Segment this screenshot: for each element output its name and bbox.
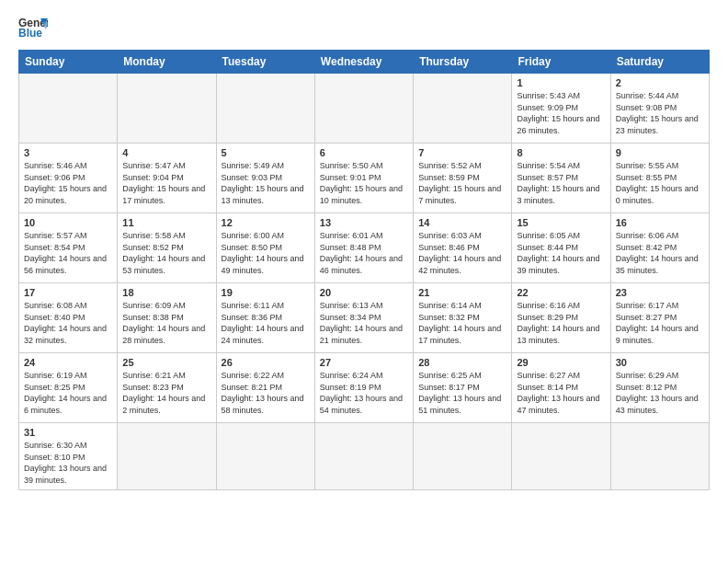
weekday-header-saturday: Saturday bbox=[610, 51, 709, 74]
calendar-cell bbox=[314, 423, 413, 490]
day-info: Sunrise: 5:57 AM Sunset: 8:54 PM Dayligh… bbox=[24, 230, 112, 276]
day-number: 17 bbox=[24, 287, 112, 298]
day-number: 13 bbox=[320, 217, 408, 228]
day-number: 20 bbox=[320, 287, 408, 298]
day-number: 29 bbox=[517, 357, 605, 368]
calendar-cell bbox=[216, 423, 314, 490]
day-info: Sunrise: 6:11 AM Sunset: 8:36 PM Dayligh… bbox=[222, 300, 310, 346]
weekday-header-sunday: Sunday bbox=[19, 51, 118, 74]
logo-icon: General Blue bbox=[18, 15, 48, 40]
day-info: Sunrise: 6:01 AM Sunset: 8:48 PM Dayligh… bbox=[320, 230, 408, 276]
day-number: 31 bbox=[24, 427, 112, 438]
day-info: Sunrise: 6:09 AM Sunset: 8:38 PM Dayligh… bbox=[122, 300, 210, 346]
weekday-header-thursday: Thursday bbox=[414, 51, 512, 74]
day-number: 15 bbox=[517, 217, 605, 228]
calendar-cell bbox=[610, 423, 709, 490]
calendar-cell: 17Sunrise: 6:08 AM Sunset: 8:40 PM Dayli… bbox=[19, 283, 118, 353]
day-number: 5 bbox=[222, 147, 310, 158]
day-number: 18 bbox=[122, 287, 210, 298]
day-number: 26 bbox=[222, 357, 310, 368]
calendar-cell: 4Sunrise: 5:47 AM Sunset: 9:04 PM Daylig… bbox=[118, 144, 216, 213]
calendar-cell: 29Sunrise: 6:27 AM Sunset: 8:14 PM Dayli… bbox=[512, 353, 610, 423]
day-number: 16 bbox=[616, 217, 704, 228]
day-info: Sunrise: 6:08 AM Sunset: 8:40 PM Dayligh… bbox=[24, 300, 112, 346]
day-number: 24 bbox=[24, 357, 112, 368]
day-info: Sunrise: 5:55 AM Sunset: 8:55 PM Dayligh… bbox=[616, 160, 704, 206]
calendar-cell: 20Sunrise: 6:13 AM Sunset: 8:34 PM Dayli… bbox=[314, 283, 413, 353]
calendar-cell bbox=[512, 423, 610, 490]
calendar-table: SundayMondayTuesdayWednesdayThursdayFrid… bbox=[18, 50, 710, 490]
calendar-cell bbox=[118, 423, 216, 490]
day-info: Sunrise: 6:24 AM Sunset: 8:19 PM Dayligh… bbox=[320, 370, 408, 416]
day-info: Sunrise: 6:22 AM Sunset: 8:21 PM Dayligh… bbox=[222, 370, 310, 416]
logo: General Blue bbox=[18, 15, 48, 40]
calendar-cell: 31Sunrise: 6:30 AM Sunset: 8:10 PM Dayli… bbox=[19, 423, 118, 490]
day-number: 19 bbox=[222, 287, 310, 298]
day-number: 11 bbox=[122, 217, 210, 228]
day-info: Sunrise: 6:16 AM Sunset: 8:29 PM Dayligh… bbox=[517, 300, 605, 346]
calendar-cell bbox=[118, 74, 216, 144]
calendar-cell: 19Sunrise: 6:11 AM Sunset: 8:36 PM Dayli… bbox=[216, 283, 314, 353]
calendar-cell: 26Sunrise: 6:22 AM Sunset: 8:21 PM Dayli… bbox=[216, 353, 314, 423]
day-info: Sunrise: 5:47 AM Sunset: 9:04 PM Dayligh… bbox=[122, 160, 210, 206]
calendar-cell: 6Sunrise: 5:50 AM Sunset: 9:01 PM Daylig… bbox=[314, 144, 413, 213]
calendar-cell: 9Sunrise: 5:55 AM Sunset: 8:55 PM Daylig… bbox=[610, 144, 709, 213]
calendar-cell bbox=[19, 74, 118, 144]
calendar-cell: 23Sunrise: 6:17 AM Sunset: 8:27 PM Dayli… bbox=[610, 283, 709, 353]
day-info: Sunrise: 5:46 AM Sunset: 9:06 PM Dayligh… bbox=[24, 160, 112, 206]
calendar-cell: 3Sunrise: 5:46 AM Sunset: 9:06 PM Daylig… bbox=[19, 144, 118, 213]
day-number: 6 bbox=[320, 147, 408, 158]
day-info: Sunrise: 6:14 AM Sunset: 8:32 PM Dayligh… bbox=[418, 300, 506, 346]
weekday-header-friday: Friday bbox=[512, 51, 610, 74]
day-info: Sunrise: 5:43 AM Sunset: 9:09 PM Dayligh… bbox=[517, 90, 605, 136]
calendar-cell: 10Sunrise: 5:57 AM Sunset: 8:54 PM Dayli… bbox=[19, 213, 118, 283]
calendar-cell: 2Sunrise: 5:44 AM Sunset: 9:08 PM Daylig… bbox=[610, 74, 709, 144]
day-info: Sunrise: 5:52 AM Sunset: 8:59 PM Dayligh… bbox=[418, 160, 506, 206]
day-number: 21 bbox=[418, 287, 506, 298]
calendar-cell: 7Sunrise: 5:52 AM Sunset: 8:59 PM Daylig… bbox=[414, 144, 512, 213]
day-number: 4 bbox=[122, 147, 210, 158]
calendar-cell: 15Sunrise: 6:05 AM Sunset: 8:44 PM Dayli… bbox=[512, 213, 610, 283]
day-info: Sunrise: 6:27 AM Sunset: 8:14 PM Dayligh… bbox=[517, 370, 605, 416]
calendar-cell bbox=[414, 423, 512, 490]
day-number: 30 bbox=[616, 357, 704, 368]
day-info: Sunrise: 6:25 AM Sunset: 8:17 PM Dayligh… bbox=[418, 370, 506, 416]
calendar-cell: 8Sunrise: 5:54 AM Sunset: 8:57 PM Daylig… bbox=[512, 144, 610, 213]
calendar-cell: 12Sunrise: 6:00 AM Sunset: 8:50 PM Dayli… bbox=[216, 213, 314, 283]
calendar-cell: 13Sunrise: 6:01 AM Sunset: 8:48 PM Dayli… bbox=[314, 213, 413, 283]
calendar-cell: 16Sunrise: 6:06 AM Sunset: 8:42 PM Dayli… bbox=[610, 213, 709, 283]
week-row-6: 31Sunrise: 6:30 AM Sunset: 8:10 PM Dayli… bbox=[19, 423, 710, 490]
day-number: 1 bbox=[517, 77, 605, 88]
weekday-header-row: SundayMondayTuesdayWednesdayThursdayFrid… bbox=[19, 51, 710, 74]
svg-text:Blue: Blue bbox=[18, 27, 42, 40]
day-number: 3 bbox=[24, 147, 112, 158]
calendar-cell: 1Sunrise: 5:43 AM Sunset: 9:09 PM Daylig… bbox=[512, 74, 610, 144]
day-info: Sunrise: 6:21 AM Sunset: 8:23 PM Dayligh… bbox=[122, 370, 210, 416]
day-number: 10 bbox=[24, 217, 112, 228]
day-info: Sunrise: 6:00 AM Sunset: 8:50 PM Dayligh… bbox=[222, 230, 310, 276]
day-number: 2 bbox=[616, 77, 704, 88]
weekday-header-tuesday: Tuesday bbox=[216, 51, 314, 74]
week-row-3: 10Sunrise: 5:57 AM Sunset: 8:54 PM Dayli… bbox=[19, 213, 710, 283]
calendar-cell: 25Sunrise: 6:21 AM Sunset: 8:23 PM Dayli… bbox=[118, 353, 216, 423]
calendar-cell: 18Sunrise: 6:09 AM Sunset: 8:38 PM Dayli… bbox=[118, 283, 216, 353]
calendar-cell: 11Sunrise: 5:58 AM Sunset: 8:52 PM Dayli… bbox=[118, 213, 216, 283]
week-row-5: 24Sunrise: 6:19 AM Sunset: 8:25 PM Dayli… bbox=[19, 353, 710, 423]
calendar-cell: 30Sunrise: 6:29 AM Sunset: 8:12 PM Dayli… bbox=[610, 353, 709, 423]
calendar-cell: 27Sunrise: 6:24 AM Sunset: 8:19 PM Dayli… bbox=[314, 353, 413, 423]
day-number: 8 bbox=[517, 147, 605, 158]
calendar-cell bbox=[314, 74, 413, 144]
week-row-2: 3Sunrise: 5:46 AM Sunset: 9:06 PM Daylig… bbox=[19, 144, 710, 213]
day-info: Sunrise: 5:54 AM Sunset: 8:57 PM Dayligh… bbox=[517, 160, 605, 206]
day-info: Sunrise: 5:49 AM Sunset: 9:03 PM Dayligh… bbox=[222, 160, 310, 206]
calendar-cell: 21Sunrise: 6:14 AM Sunset: 8:32 PM Dayli… bbox=[414, 283, 512, 353]
day-info: Sunrise: 6:06 AM Sunset: 8:42 PM Dayligh… bbox=[616, 230, 704, 276]
day-number: 9 bbox=[616, 147, 704, 158]
calendar-cell: 28Sunrise: 6:25 AM Sunset: 8:17 PM Dayli… bbox=[414, 353, 512, 423]
day-info: Sunrise: 6:29 AM Sunset: 8:12 PM Dayligh… bbox=[616, 370, 704, 416]
day-number: 22 bbox=[517, 287, 605, 298]
day-info: Sunrise: 6:17 AM Sunset: 8:27 PM Dayligh… bbox=[616, 300, 704, 346]
day-number: 28 bbox=[418, 357, 506, 368]
day-info: Sunrise: 5:44 AM Sunset: 9:08 PM Dayligh… bbox=[616, 90, 704, 136]
week-row-1: 1Sunrise: 5:43 AM Sunset: 9:09 PM Daylig… bbox=[19, 74, 710, 144]
